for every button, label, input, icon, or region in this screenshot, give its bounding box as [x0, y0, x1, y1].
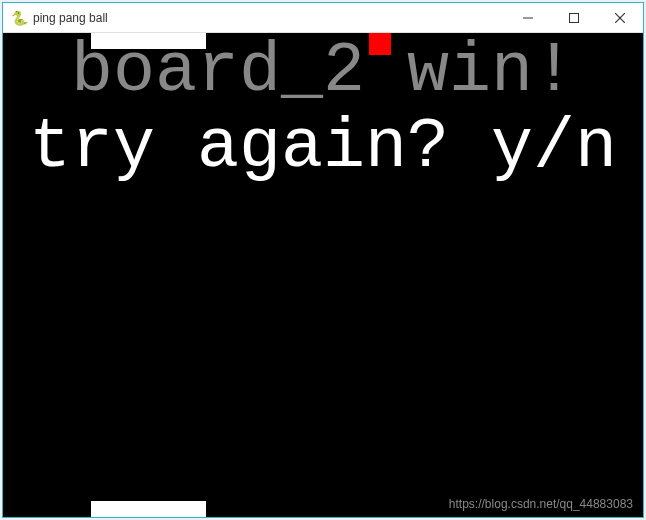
window-controls	[505, 3, 643, 32]
titlebar[interactable]: 🐍 ping pang ball	[3, 3, 643, 33]
minimize-button[interactable]	[505, 3, 551, 32]
svg-rect-1	[570, 13, 579, 22]
watermark-text: https://blog.csdn.net/qq_44883083	[449, 497, 633, 511]
application-window: 🐍 ping pang ball board_2 win! try again?…	[2, 2, 644, 518]
close-button[interactable]	[597, 3, 643, 32]
window-title: ping pang ball	[33, 11, 505, 25]
maximize-button[interactable]	[551, 3, 597, 32]
paddle-bottom	[91, 501, 206, 517]
win-message: board_2 win!	[3, 37, 643, 107]
app-icon: 🐍	[11, 10, 27, 26]
game-canvas[interactable]: board_2 win! try again? y/n https://blog…	[3, 33, 643, 517]
prompt-message: try again? y/n	[3, 113, 643, 183]
